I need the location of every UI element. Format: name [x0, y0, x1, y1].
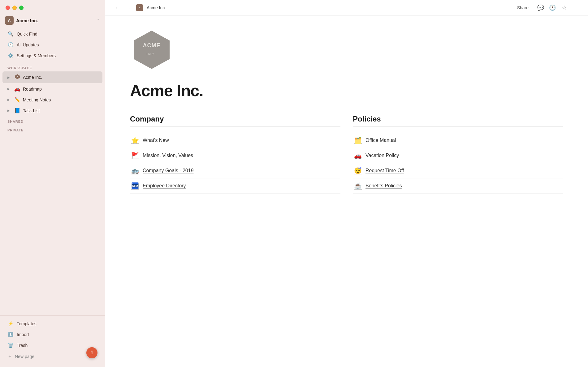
folder-emoji-icon: 🗂️ — [354, 137, 362, 144]
sidebar: A Acme Inc. ⌃ 🔍 Quick Find 🕐 All Updates… — [0, 0, 105, 367]
sidebar-item-settings[interactable]: ⚙️ Settings & Members — [2, 50, 102, 61]
sidebar-item-task-list[interactable]: ▶ 📘 Task List — [2, 105, 102, 116]
main-area: ← → A Acme Inc. Share 💬 🕐 ☆ ··· — [105, 0, 588, 367]
history-button[interactable]: 🕐 — [548, 3, 557, 12]
back-button[interactable]: ← — [113, 3, 122, 12]
expand-arrow-icon: ▶ — [7, 98, 12, 101]
sidebar-item-roadmap[interactable]: ▶ 🚗 Roadmap — [2, 84, 102, 94]
plus-icon: ＋ — [7, 353, 12, 360]
sidebar-item-quick-find[interactable]: 🔍 Quick Find — [2, 29, 102, 39]
history-icon: 🕐 — [549, 4, 556, 11]
topbar: ← → A Acme Inc. Share 💬 🕐 ☆ ··· — [105, 0, 588, 16]
workspace-name: Acme Inc. — [16, 18, 94, 23]
link-text: Office Manual — [365, 138, 396, 143]
page-content: ACME INC. Acme Inc. Company ⭐ What's New… — [105, 16, 588, 367]
expand-arrow-icon: ▶ — [7, 109, 12, 112]
link-text: Vacation Policy — [365, 153, 399, 158]
bus-emoji-icon: 🚌 — [131, 167, 139, 174]
page-logo-container: ACME INC. — [130, 28, 563, 71]
trash-label: Trash — [17, 343, 28, 348]
sidebar-item-label: Quick Find — [17, 32, 37, 36]
sidebar-item-meeting-notes[interactable]: ▶ ✏️ Meeting Notes — [2, 95, 102, 105]
link-office-manual[interactable]: 🗂️ Office Manual — [353, 133, 563, 148]
sidebar-bottom: ⚡ Templates ⬇️ Import 🗑️ Trash ＋ New pag… — [0, 315, 105, 367]
company-header: Company — [130, 115, 340, 127]
share-button[interactable]: Share — [512, 3, 534, 12]
link-company-goals[interactable]: 🚌 Company Goals - 2019 — [130, 163, 340, 178]
workspace-section-label: WORKSPACE — [0, 62, 105, 71]
star-emoji-icon: ⭐ — [131, 137, 139, 144]
trash-icon: 🗑️ — [7, 342, 14, 348]
svg-text:ACME: ACME — [143, 42, 161, 49]
sidebar-item-templates[interactable]: ⚡ Templates — [2, 318, 102, 329]
import-label: Import — [17, 332, 29, 337]
coffee-emoji-icon: ☕ — [354, 182, 362, 190]
svg-text:INC.: INC. — [146, 52, 157, 56]
link-mission[interactable]: 🚩 Mission, Vision, Values — [130, 148, 340, 163]
workspace-header[interactable]: A Acme Inc. ⌃ — [0, 13, 105, 27]
maximize-button[interactable] — [19, 6, 24, 10]
expand-arrow-icon: ▶ — [7, 76, 12, 79]
shared-section-label: SHARED — [0, 116, 105, 125]
sidebar-item-import[interactable]: ⬇️ Import — [2, 329, 102, 340]
topbar-title: Acme Inc. — [147, 5, 510, 10]
sidebar-item-label: Settings & Members — [17, 53, 56, 58]
svg-marker-4 — [134, 31, 170, 69]
comment-icon: 💬 — [537, 4, 544, 11]
link-benefits-policies[interactable]: ☕ Benefits Policies — [353, 178, 563, 194]
content-columns: Company ⭐ What's New 🚩 Mission, Vision, … — [130, 115, 563, 194]
workspace-icon: A — [5, 16, 14, 25]
svg-text:A: A — [16, 76, 18, 78]
page-label: Task List — [23, 108, 40, 113]
link-text: Company Goals - 2019 — [143, 168, 194, 173]
templates-icon: ⚡ — [7, 321, 14, 327]
forward-button[interactable]: → — [124, 3, 134, 12]
sidebar-item-all-updates[interactable]: 🕐 All Updates — [2, 40, 102, 50]
notification-badge[interactable]: 1 — [86, 347, 97, 358]
sidebar-item-label: All Updates — [17, 42, 39, 47]
ellipsis-icon: ··· — [573, 5, 578, 11]
acme-logo: ACME INC. — [130, 28, 173, 71]
bookmark-button[interactable]: ☆ — [560, 3, 569, 12]
gear-icon: ⚙️ — [7, 53, 14, 59]
flag-emoji-icon: 🚩 — [131, 152, 139, 159]
import-icon: ⬇️ — [7, 331, 14, 338]
topbar-actions: Share 💬 🕐 ☆ ··· — [512, 3, 581, 12]
star-icon: ☆ — [562, 4, 567, 11]
link-vacation-policy[interactable]: 🚗 Vacation Policy — [353, 148, 563, 163]
private-section-label: PRIVATE — [0, 125, 105, 133]
page-icon: 🚗 — [14, 86, 20, 92]
link-text: Benefits Policies — [365, 183, 402, 189]
topbar-workspace-icon: A — [136, 4, 143, 11]
back-icon: ← — [115, 5, 120, 11]
page-icon: 📘 — [14, 108, 20, 113]
clock-icon: 🕐 — [7, 42, 14, 48]
page-label: Meeting Notes — [23, 97, 51, 102]
policies-column: Policies 🗂️ Office Manual 🚗 Vacation Pol… — [353, 115, 563, 194]
sidebar-item-acme-inc[interactable]: ▶ A Acme Inc. — [2, 71, 102, 83]
atm-emoji-icon: 🏧 — [131, 182, 139, 190]
company-column: Company ⭐ What's New 🚩 Mission, Vision, … — [130, 115, 340, 194]
close-button[interactable] — [6, 6, 10, 10]
svg-text:A: A — [139, 7, 141, 9]
forward-icon: → — [127, 5, 132, 11]
link-whats-new[interactable]: ⭐ What's New — [130, 133, 340, 148]
minimize-button[interactable] — [12, 6, 17, 10]
page-title: Acme Inc. — [130, 81, 563, 100]
policies-header: Policies — [353, 115, 563, 127]
comments-button[interactable]: 💬 — [536, 3, 545, 12]
page-icon: ✏️ — [14, 97, 20, 103]
page-label: Acme Inc. — [23, 75, 42, 80]
link-request-time-off[interactable]: 😴 Request Time Off — [353, 163, 563, 178]
new-page-label: New page — [15, 354, 34, 359]
link-text: Mission, Vision, Values — [143, 153, 193, 158]
more-button[interactable]: ··· — [571, 3, 581, 12]
page-icon: A — [14, 74, 20, 81]
car-emoji-icon: 🚗 — [354, 152, 362, 159]
link-text: What's New — [143, 138, 169, 143]
page-label: Roadmap — [23, 87, 42, 92]
notification-count: 1 — [91, 350, 93, 356]
sleepy-emoji-icon: 😴 — [354, 167, 362, 174]
sidebar-nav: 🔍 Quick Find 🕐 All Updates ⚙️ Settings &… — [0, 27, 105, 62]
link-employee-directory[interactable]: 🏧 Employee Directory — [130, 178, 340, 194]
